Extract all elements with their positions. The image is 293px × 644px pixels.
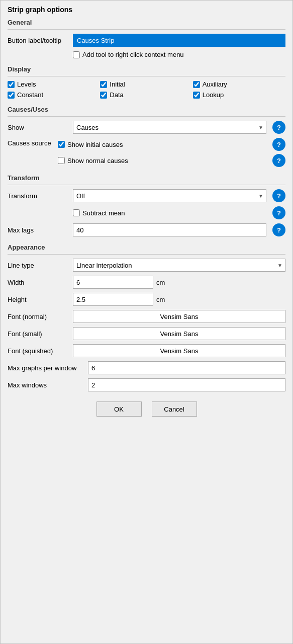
max-graphs-label: Max graphs per window xyxy=(8,364,88,372)
line-type-row: Line type Linear interpolation Step Poin… xyxy=(8,259,285,272)
show-initial-causes-help-button[interactable]: ? xyxy=(272,138,285,151)
subtract-mean-checkbox-item: Subtract mean xyxy=(73,209,269,217)
font-squished-row: Font (squished) Vensim Sans xyxy=(8,344,285,357)
levels-label: Levels xyxy=(17,80,36,88)
font-small-button[interactable]: Vensim Sans xyxy=(73,327,285,340)
subtract-mean-help-button[interactable]: ? xyxy=(272,206,285,219)
line-type-select-container: Linear interpolation Step Points ▼ xyxy=(73,259,285,272)
transform-select[interactable]: Off FFT Correlation xyxy=(73,189,266,202)
footer-buttons: OK Cancel xyxy=(8,401,285,417)
max-windows-row: Max windows xyxy=(8,378,285,391)
causes-source-block: Causes source Show initial causes ? Show… xyxy=(8,138,285,167)
width-label: Width xyxy=(8,279,73,286)
button-label-label: Button label/tooltip xyxy=(8,37,73,44)
show-normal-causes-label: Show normal causes xyxy=(67,157,128,165)
initial-label: Initial xyxy=(110,80,125,88)
font-normal-label: Font (normal) xyxy=(8,313,73,320)
add-tool-checkbox[interactable] xyxy=(73,51,80,58)
max-lags-input[interactable] xyxy=(73,223,266,236)
causes-source-options: Show initial causes ? Show normal causes… xyxy=(58,138,285,167)
add-tool-row: Add tool to right click context menu xyxy=(73,51,285,58)
line-type-select[interactable]: Linear interpolation Step Points xyxy=(73,259,285,272)
transform-label: Transform xyxy=(8,192,73,200)
ok-button[interactable]: OK xyxy=(96,401,142,417)
levels-checkbox-item: Levels xyxy=(8,80,100,88)
lookup-checkbox-item: Lookup xyxy=(193,91,285,99)
levels-checkbox[interactable] xyxy=(8,81,15,88)
button-label-input[interactable] xyxy=(73,34,285,47)
max-lags-input-wrap: ? xyxy=(73,223,285,236)
show-select[interactable]: Causes Uses Both xyxy=(73,121,266,134)
transform-select-wrap: Off FFT Correlation ▼ ? xyxy=(73,189,285,202)
display-section-label: Display xyxy=(8,65,285,73)
max-lags-row: Max lags ? xyxy=(8,223,285,236)
appearance-section-label: Appearance xyxy=(8,244,285,251)
general-section-label: General xyxy=(8,19,285,26)
initial-checkbox-item: Initial xyxy=(100,80,192,88)
constant-label: Constant xyxy=(17,91,43,99)
strip-graph-options-dialog: Strip graph options General Button label… xyxy=(0,0,293,644)
height-unit: cm xyxy=(156,296,165,303)
transform-section-label: Transform xyxy=(8,174,285,182)
display-checkboxes: Levels Initial Auxiliary Constant Data L… xyxy=(8,80,285,99)
width-row: Width cm xyxy=(8,276,285,289)
show-normal-causes-checkbox[interactable] xyxy=(58,157,65,164)
cancel-button[interactable]: Cancel xyxy=(152,401,197,417)
height-input[interactable] xyxy=(73,293,153,306)
constant-checkbox-item: Constant xyxy=(8,91,100,99)
width-input[interactable] xyxy=(73,276,153,289)
show-select-wrap: Causes Uses Both ▼ ? xyxy=(73,121,285,134)
show-normal-causes-row: Show normal causes ? xyxy=(58,154,285,167)
show-label: Show xyxy=(8,124,73,131)
show-normal-causes-help-button[interactable]: ? xyxy=(272,154,285,167)
max-lags-help-button[interactable]: ? xyxy=(272,223,285,236)
height-row: Height cm xyxy=(8,293,285,306)
show-initial-causes-label: Show initial causes xyxy=(67,141,123,148)
auxiliary-checkbox[interactable] xyxy=(193,81,200,88)
show-select-container: Causes Uses Both ▼ xyxy=(73,121,266,134)
show-row: Show Causes Uses Both ▼ ? xyxy=(8,121,285,134)
transform-row: Transform Off FFT Correlation ▼ ? xyxy=(8,189,285,202)
causes-uses-section-label: Causes/Uses xyxy=(8,106,285,113)
button-label-row: Button label/tooltip xyxy=(8,34,285,47)
max-graphs-row: Max graphs per window xyxy=(8,361,285,374)
font-small-row: Font (small) Vensim Sans xyxy=(8,327,285,340)
lookup-checkbox[interactable] xyxy=(193,92,200,99)
max-windows-label: Max windows xyxy=(8,381,88,389)
lookup-label: Lookup xyxy=(203,91,224,99)
subtract-mean-row: Subtract mean ? xyxy=(8,206,285,219)
max-lags-label: Max lags xyxy=(8,226,73,234)
auxiliary-checkbox-item: Auxiliary xyxy=(193,80,285,88)
font-small-label: Font (small) xyxy=(8,330,73,338)
font-squished-label: Font (squished) xyxy=(8,347,73,355)
width-unit: cm xyxy=(156,279,165,286)
font-normal-button[interactable]: Vensim Sans xyxy=(73,310,285,323)
transform-select-container: Off FFT Correlation ▼ xyxy=(73,189,266,202)
height-label: Height xyxy=(8,296,73,303)
dialog-title: Strip graph options xyxy=(8,6,285,14)
subtract-mean-checkbox[interactable] xyxy=(73,209,80,216)
max-windows-input[interactable] xyxy=(88,378,285,391)
initial-checkbox[interactable] xyxy=(100,81,107,88)
auxiliary-label: Auxiliary xyxy=(203,80,227,88)
show-help-button[interactable]: ? xyxy=(272,121,285,134)
constant-checkbox[interactable] xyxy=(8,92,15,99)
causes-source-label: Causes source xyxy=(8,138,58,147)
max-graphs-input[interactable] xyxy=(88,361,285,374)
show-initial-causes-checkbox[interactable] xyxy=(58,141,65,148)
font-squished-button[interactable]: Vensim Sans xyxy=(73,344,285,357)
data-checkbox[interactable] xyxy=(100,92,107,99)
add-tool-label: Add tool to right click context menu xyxy=(82,51,184,58)
add-tool-checkbox-item: Add tool to right click context menu xyxy=(73,51,184,58)
data-checkbox-item: Data xyxy=(100,91,192,99)
show-initial-causes-row: Show initial causes ? xyxy=(58,138,285,151)
transform-help-button[interactable]: ? xyxy=(272,189,285,202)
subtract-mean-label: Subtract mean xyxy=(82,209,125,217)
data-label: Data xyxy=(110,91,123,99)
line-type-label: Line type xyxy=(8,262,73,269)
font-normal-row: Font (normal) Vensim Sans xyxy=(8,310,285,323)
